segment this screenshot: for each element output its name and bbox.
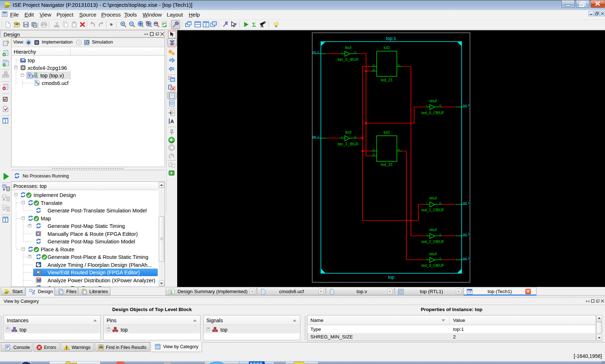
svg-text:led_2: led_2 xyxy=(463,233,469,236)
svg-text:O: O xyxy=(439,104,441,107)
svg-text:lut2: lut2 xyxy=(384,130,390,134)
svg-text:obuf: obuf xyxy=(429,196,437,200)
svg-text:obuf: obuf xyxy=(429,252,437,256)
svg-text:led_1_OBUF: led_1_OBUF xyxy=(421,208,444,212)
svg-text:led_31: led_31 xyxy=(381,162,393,167)
svg-text:led_21: led_21 xyxy=(381,78,393,82)
svg-text:ISim: ISim xyxy=(85,43,89,45)
svg-text:btn_1_IBUF: btn_1_IBUF xyxy=(338,142,359,146)
svg-text:obuf: obuf xyxy=(429,99,437,103)
svg-text:O: O xyxy=(439,233,441,235)
svg-text:I: I xyxy=(341,135,342,138)
svg-text:led_0: led_0 xyxy=(463,104,469,107)
svg-text:O: O xyxy=(439,257,441,260)
svg-text:I: I xyxy=(426,233,427,235)
svg-text:?: ? xyxy=(234,22,237,27)
svg-text:top:1: top:1 xyxy=(386,36,396,41)
svg-text:Σ: Σ xyxy=(170,289,173,295)
svg-text:lut2: lut2 xyxy=(384,45,390,50)
svg-text:ibuf: ibuf xyxy=(345,45,352,50)
svg-text:led_0_OBUF: led_0_OBUF xyxy=(421,111,444,115)
svg-text:O: O xyxy=(354,135,356,138)
svg-text:I0: I0 xyxy=(373,153,375,156)
svg-text:I1: I1 xyxy=(373,64,375,66)
svg-text:Σ: Σ xyxy=(252,22,256,28)
svg-text:I: I xyxy=(426,202,427,204)
svg-text:A: A xyxy=(170,118,174,124)
svg-text:I: I xyxy=(341,51,342,53)
svg-text:O: O xyxy=(398,148,400,151)
svg-text:O: O xyxy=(398,64,400,66)
svg-text:O: O xyxy=(354,51,356,53)
svg-text:F: F xyxy=(37,83,39,85)
svg-text:ibuf: ibuf xyxy=(345,130,352,134)
svg-text:I: I xyxy=(426,104,427,107)
svg-text:obuf: obuf xyxy=(429,228,437,232)
svg-text:led_3: led_3 xyxy=(463,257,469,260)
svg-text:btn_1: btn_1 xyxy=(313,135,319,138)
svg-text:led_3_OBUF: led_3_OBUF xyxy=(421,263,444,268)
svg-text:I: I xyxy=(426,257,427,260)
svg-text:btn_0_IBUF: btn_0_IBUF xyxy=(338,57,359,62)
svg-text:I1: I1 xyxy=(373,148,375,151)
svg-text:top: top xyxy=(388,275,394,280)
svg-text:I0: I0 xyxy=(373,68,375,71)
svg-text:btn_0: btn_0 xyxy=(313,51,319,54)
svg-text:led_2_OBUF: led_2_OBUF xyxy=(421,239,444,244)
svg-text:O: O xyxy=(439,202,441,204)
svg-text:led_1: led_1 xyxy=(463,202,469,205)
svg-text:V: V xyxy=(28,73,31,77)
